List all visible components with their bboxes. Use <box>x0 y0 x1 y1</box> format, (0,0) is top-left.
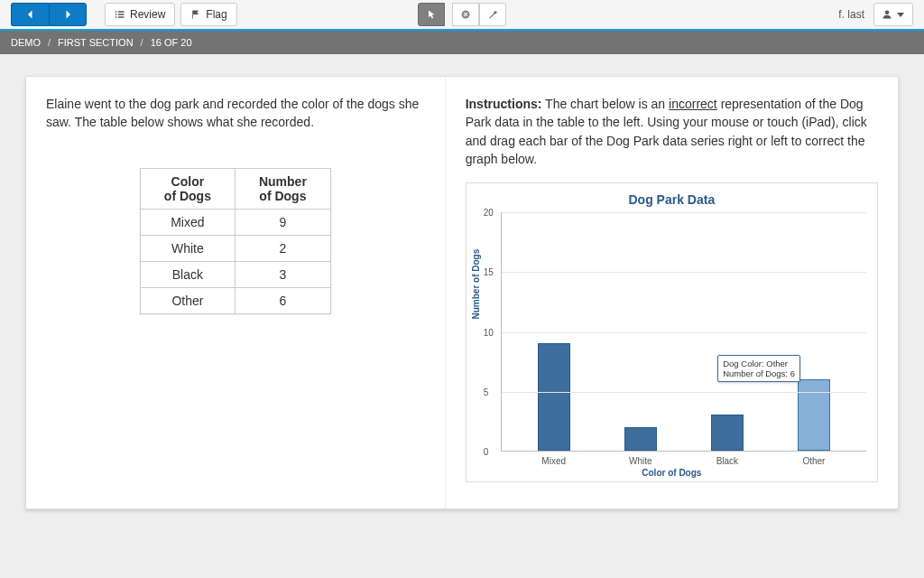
chart-ytick-label: 15 <box>484 267 494 277</box>
table-cell-count: 2 <box>235 235 330 261</box>
chart-ytick-label: 5 <box>484 387 489 396</box>
list-icon <box>115 9 125 20</box>
review-label: Review <box>130 8 165 21</box>
user-icon <box>882 9 892 20</box>
svg-rect-0 <box>116 11 117 13</box>
top-toolbar: Review Flag f. last <box>0 0 924 31</box>
chart-plot-area: MixedWhiteBlackOtherDog Color: OtherNumb… <box>501 212 866 452</box>
caret-down-icon <box>896 10 905 19</box>
table-cell-color: Black <box>140 261 235 287</box>
chart-ytick-label: 20 <box>484 208 494 218</box>
chart-yaxis-label: Number of Dogs <box>470 248 480 319</box>
question-card: Elaine went to the dog park and recorded… <box>25 76 899 509</box>
table-row: Other6 <box>140 287 330 313</box>
cursor-icon <box>426 9 437 20</box>
arrow-right-icon <box>62 9 73 20</box>
table-cell-color: Mixed <box>140 209 235 235</box>
chart-xtick-label: Black <box>716 456 738 466</box>
chart-xtick-label: Mixed <box>541 456 566 466</box>
chart-bar-white[interactable]: White <box>624 427 657 452</box>
wand-tool-button[interactable] <box>479 3 506 26</box>
chart-bar-other[interactable]: OtherDog Color: OtherNumber of Dogs: 6 <box>798 379 830 452</box>
table-row: Black3 <box>140 261 330 287</box>
tool-palette <box>418 3 506 26</box>
chart-ytick-label: 0 <box>484 447 489 457</box>
prev-button[interactable] <box>11 3 49 26</box>
chart-xtick-label: Other <box>802 456 825 466</box>
svg-rect-1 <box>118 11 125 13</box>
breadcrumb-root[interactable]: DEMO <box>11 37 41 48</box>
svg-rect-3 <box>118 14 125 15</box>
table-row: White2 <box>140 235 330 261</box>
chart-tooltip: Dog Color: OtherNumber of Dogs: 6 <box>717 355 800 382</box>
review-button[interactable]: Review <box>105 3 175 26</box>
next-button[interactable] <box>49 3 87 26</box>
chart-xtick-label: White <box>629 456 652 466</box>
flag-button[interactable]: Flag <box>180 3 236 26</box>
table-cell-color: Other <box>140 287 235 313</box>
nav-button-group <box>11 3 87 26</box>
erase-tool-button[interactable] <box>452 3 479 26</box>
svg-rect-4 <box>116 16 117 18</box>
breadcrumb: DEMO / FIRST SECTION / 16 OF 20 <box>0 31 924 54</box>
table-cell-count: 9 <box>235 209 330 235</box>
chart-xaxis-label: Color of Dogs <box>468 468 875 478</box>
wand-icon <box>487 9 498 20</box>
table-cell-count: 3 <box>235 261 330 287</box>
chart-bar-black[interactable]: Black <box>711 415 744 451</box>
svg-rect-5 <box>118 16 125 18</box>
chart-ytick-label: 10 <box>484 327 494 337</box>
breadcrumb-progress: 16 OF 20 <box>151 37 192 48</box>
chart-container: Dog Park Data Number of Dogs MixedWhiteB… <box>466 182 878 482</box>
cursor-tool-button[interactable] <box>418 3 445 26</box>
user-menu-button[interactable] <box>873 3 913 26</box>
arrow-left-icon <box>25 9 36 20</box>
table-header-col2: Numberof Dogs <box>235 168 330 209</box>
flag-label: Flag <box>206 8 226 21</box>
data-table: Colorof Dogs Numberof Dogs Mixed9White2B… <box>140 168 331 314</box>
instructions-text: Instructions: The chart below is an inco… <box>466 95 878 168</box>
prompt-text: Elaine went to the dog park and recorded… <box>46 95 425 132</box>
breadcrumb-section[interactable]: FIRST SECTION <box>58 37 134 48</box>
question-right-pane: Instructions: The chart below is an inco… <box>445 77 898 508</box>
table-row: Mixed9 <box>140 209 330 235</box>
svg-rect-2 <box>116 14 117 15</box>
question-left-pane: Elaine went to the dog park and recorded… <box>26 77 445 508</box>
svg-point-7 <box>885 11 890 15</box>
user-name-label: f. last <box>838 8 864 21</box>
table-cell-count: 6 <box>235 287 330 313</box>
chart-bar-mixed[interactable]: Mixed <box>538 343 570 451</box>
flag-icon <box>190 9 201 20</box>
table-header-col1: Colorof Dogs <box>140 168 235 209</box>
chart-title: Dog Park Data <box>468 192 875 207</box>
table-cell-color: White <box>140 235 235 261</box>
circle-x-icon <box>460 9 471 20</box>
